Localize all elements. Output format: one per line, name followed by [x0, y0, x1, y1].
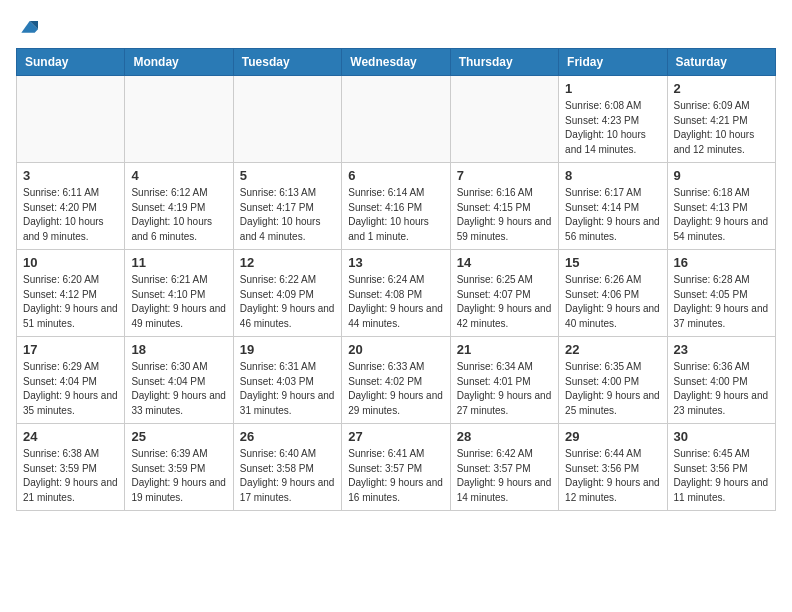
calendar-cell [17, 76, 125, 163]
calendar-cell: 6Sunrise: 6:14 AM Sunset: 4:16 PM Daylig… [342, 163, 450, 250]
day-info: Sunrise: 6:44 AM Sunset: 3:56 PM Dayligh… [565, 447, 660, 505]
day-info: Sunrise: 6:40 AM Sunset: 3:58 PM Dayligh… [240, 447, 335, 505]
day-info: Sunrise: 6:31 AM Sunset: 4:03 PM Dayligh… [240, 360, 335, 418]
calendar-cell: 25Sunrise: 6:39 AM Sunset: 3:59 PM Dayli… [125, 424, 233, 511]
day-info: Sunrise: 6:09 AM Sunset: 4:21 PM Dayligh… [674, 99, 769, 157]
day-info: Sunrise: 6:41 AM Sunset: 3:57 PM Dayligh… [348, 447, 443, 505]
calendar-cell: 30Sunrise: 6:45 AM Sunset: 3:56 PM Dayli… [667, 424, 775, 511]
day-number: 7 [457, 168, 552, 183]
day-info: Sunrise: 6:20 AM Sunset: 4:12 PM Dayligh… [23, 273, 118, 331]
day-info: Sunrise: 6:35 AM Sunset: 4:00 PM Dayligh… [565, 360, 660, 418]
day-info: Sunrise: 6:21 AM Sunset: 4:10 PM Dayligh… [131, 273, 226, 331]
day-info: Sunrise: 6:36 AM Sunset: 4:00 PM Dayligh… [674, 360, 769, 418]
calendar-cell: 10Sunrise: 6:20 AM Sunset: 4:12 PM Dayli… [17, 250, 125, 337]
calendar-cell: 16Sunrise: 6:28 AM Sunset: 4:05 PM Dayli… [667, 250, 775, 337]
logo [16, 16, 38, 36]
day-info: Sunrise: 6:22 AM Sunset: 4:09 PM Dayligh… [240, 273, 335, 331]
calendar-cell: 27Sunrise: 6:41 AM Sunset: 3:57 PM Dayli… [342, 424, 450, 511]
day-number: 10 [23, 255, 118, 270]
calendar-table: SundayMondayTuesdayWednesdayThursdayFrid… [16, 48, 776, 511]
day-info: Sunrise: 6:17 AM Sunset: 4:14 PM Dayligh… [565, 186, 660, 244]
calendar-cell: 15Sunrise: 6:26 AM Sunset: 4:06 PM Dayli… [559, 250, 667, 337]
day-info: Sunrise: 6:14 AM Sunset: 4:16 PM Dayligh… [348, 186, 443, 244]
day-number: 28 [457, 429, 552, 444]
weekday-header: Friday [559, 49, 667, 76]
calendar-cell: 5Sunrise: 6:13 AM Sunset: 4:17 PM Daylig… [233, 163, 341, 250]
day-number: 14 [457, 255, 552, 270]
day-number: 16 [674, 255, 769, 270]
weekday-header: Thursday [450, 49, 558, 76]
logo-icon [18, 16, 38, 36]
day-number: 25 [131, 429, 226, 444]
day-info: Sunrise: 6:11 AM Sunset: 4:20 PM Dayligh… [23, 186, 118, 244]
day-info: Sunrise: 6:33 AM Sunset: 4:02 PM Dayligh… [348, 360, 443, 418]
calendar-cell: 29Sunrise: 6:44 AM Sunset: 3:56 PM Dayli… [559, 424, 667, 511]
calendar-cell: 28Sunrise: 6:42 AM Sunset: 3:57 PM Dayli… [450, 424, 558, 511]
day-info: Sunrise: 6:16 AM Sunset: 4:15 PM Dayligh… [457, 186, 552, 244]
day-number: 2 [674, 81, 769, 96]
day-number: 23 [674, 342, 769, 357]
calendar-cell: 2Sunrise: 6:09 AM Sunset: 4:21 PM Daylig… [667, 76, 775, 163]
day-number: 20 [348, 342, 443, 357]
calendar-cell: 9Sunrise: 6:18 AM Sunset: 4:13 PM Daylig… [667, 163, 775, 250]
day-number: 22 [565, 342, 660, 357]
day-number: 24 [23, 429, 118, 444]
day-number: 8 [565, 168, 660, 183]
day-info: Sunrise: 6:24 AM Sunset: 4:08 PM Dayligh… [348, 273, 443, 331]
day-info: Sunrise: 6:38 AM Sunset: 3:59 PM Dayligh… [23, 447, 118, 505]
day-number: 21 [457, 342, 552, 357]
calendar-cell: 23Sunrise: 6:36 AM Sunset: 4:00 PM Dayli… [667, 337, 775, 424]
day-info: Sunrise: 6:39 AM Sunset: 3:59 PM Dayligh… [131, 447, 226, 505]
calendar-cell: 21Sunrise: 6:34 AM Sunset: 4:01 PM Dayli… [450, 337, 558, 424]
weekday-header: Sunday [17, 49, 125, 76]
calendar-cell: 20Sunrise: 6:33 AM Sunset: 4:02 PM Dayli… [342, 337, 450, 424]
calendar-cell: 1Sunrise: 6:08 AM Sunset: 4:23 PM Daylig… [559, 76, 667, 163]
day-number: 29 [565, 429, 660, 444]
day-info: Sunrise: 6:12 AM Sunset: 4:19 PM Dayligh… [131, 186, 226, 244]
calendar-cell: 13Sunrise: 6:24 AM Sunset: 4:08 PM Dayli… [342, 250, 450, 337]
weekday-header: Monday [125, 49, 233, 76]
day-info: Sunrise: 6:13 AM Sunset: 4:17 PM Dayligh… [240, 186, 335, 244]
day-info: Sunrise: 6:08 AM Sunset: 4:23 PM Dayligh… [565, 99, 660, 157]
weekday-header: Wednesday [342, 49, 450, 76]
day-number: 13 [348, 255, 443, 270]
day-number: 26 [240, 429, 335, 444]
day-info: Sunrise: 6:26 AM Sunset: 4:06 PM Dayligh… [565, 273, 660, 331]
day-number: 5 [240, 168, 335, 183]
day-number: 1 [565, 81, 660, 96]
day-info: Sunrise: 6:29 AM Sunset: 4:04 PM Dayligh… [23, 360, 118, 418]
calendar-cell: 19Sunrise: 6:31 AM Sunset: 4:03 PM Dayli… [233, 337, 341, 424]
day-info: Sunrise: 6:28 AM Sunset: 4:05 PM Dayligh… [674, 273, 769, 331]
calendar-cell: 8Sunrise: 6:17 AM Sunset: 4:14 PM Daylig… [559, 163, 667, 250]
day-number: 3 [23, 168, 118, 183]
weekday-header: Saturday [667, 49, 775, 76]
day-number: 11 [131, 255, 226, 270]
day-number: 30 [674, 429, 769, 444]
calendar-cell: 11Sunrise: 6:21 AM Sunset: 4:10 PM Dayli… [125, 250, 233, 337]
calendar-cell: 7Sunrise: 6:16 AM Sunset: 4:15 PM Daylig… [450, 163, 558, 250]
day-info: Sunrise: 6:30 AM Sunset: 4:04 PM Dayligh… [131, 360, 226, 418]
day-info: Sunrise: 6:42 AM Sunset: 3:57 PM Dayligh… [457, 447, 552, 505]
day-number: 9 [674, 168, 769, 183]
day-number: 19 [240, 342, 335, 357]
page-header [16, 16, 776, 36]
day-info: Sunrise: 6:25 AM Sunset: 4:07 PM Dayligh… [457, 273, 552, 331]
calendar-cell: 17Sunrise: 6:29 AM Sunset: 4:04 PM Dayli… [17, 337, 125, 424]
calendar-cell: 14Sunrise: 6:25 AM Sunset: 4:07 PM Dayli… [450, 250, 558, 337]
calendar-cell: 4Sunrise: 6:12 AM Sunset: 4:19 PM Daylig… [125, 163, 233, 250]
day-number: 4 [131, 168, 226, 183]
day-number: 17 [23, 342, 118, 357]
day-number: 27 [348, 429, 443, 444]
weekday-header: Tuesday [233, 49, 341, 76]
calendar-cell [125, 76, 233, 163]
day-number: 6 [348, 168, 443, 183]
calendar-cell: 3Sunrise: 6:11 AM Sunset: 4:20 PM Daylig… [17, 163, 125, 250]
calendar-cell: 18Sunrise: 6:30 AM Sunset: 4:04 PM Dayli… [125, 337, 233, 424]
calendar-cell: 26Sunrise: 6:40 AM Sunset: 3:58 PM Dayli… [233, 424, 341, 511]
day-info: Sunrise: 6:34 AM Sunset: 4:01 PM Dayligh… [457, 360, 552, 418]
day-number: 15 [565, 255, 660, 270]
day-info: Sunrise: 6:45 AM Sunset: 3:56 PM Dayligh… [674, 447, 769, 505]
day-number: 12 [240, 255, 335, 270]
day-info: Sunrise: 6:18 AM Sunset: 4:13 PM Dayligh… [674, 186, 769, 244]
calendar-cell [342, 76, 450, 163]
